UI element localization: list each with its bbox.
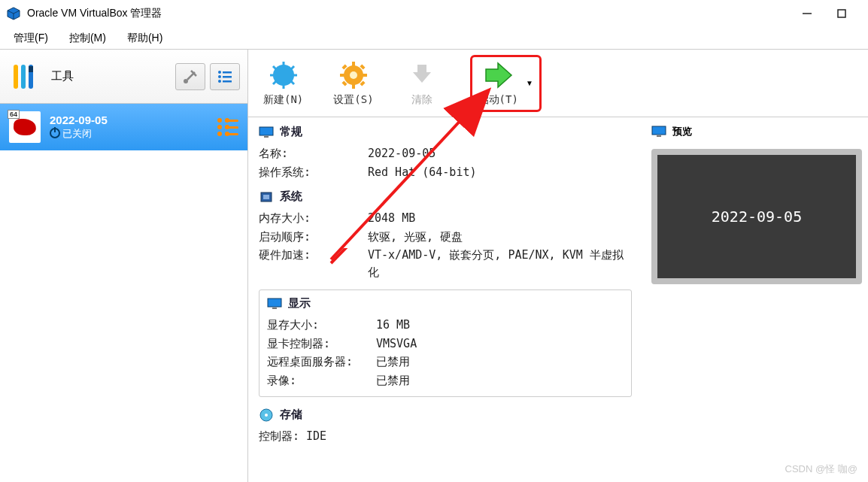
start-button-highlight: 启动(T) ▼ (470, 55, 542, 112)
preview-panel: 预览 2022-09-05 (642, 117, 868, 482)
section-display[interactable]: 显示 显存大小:16 MB 显卡控制器:VMSVGA 远程桌面服务器:已禁用 录… (259, 290, 632, 397)
start-button[interactable]: 启动(T) (478, 60, 518, 107)
new-icon (266, 60, 302, 90)
svg-rect-47 (657, 135, 661, 137)
arch-badge: 64 (8, 110, 20, 119)
svg-rect-38 (259, 127, 273, 135)
settings-icon (335, 60, 372, 90)
tool-config-button[interactable] (175, 63, 205, 90)
start-label: 启动(T) (478, 93, 518, 107)
virtualbox-logo-icon (6, 6, 21, 21)
menubar: 管理(F) 控制(M) 帮助(H) (0, 27, 868, 50)
chip-icon (259, 191, 274, 203)
system-title: 系统 (280, 189, 302, 204)
menu-help[interactable]: 帮助(H) (127, 32, 162, 45)
svg-rect-16 (223, 80, 232, 83)
new-label: 新建(N) (263, 93, 303, 107)
svg-rect-12 (223, 71, 232, 74)
toolbar: 新建(N) (248, 50, 868, 117)
svg-rect-5 (21, 65, 26, 89)
new-button[interactable]: 新建(N) (263, 60, 303, 107)
svg-point-15 (218, 80, 221, 83)
vm-state: 已关闭 (50, 126, 108, 141)
settings-label: 设置(S) (333, 93, 373, 107)
tools-label: 工具 (51, 69, 74, 83)
left-pane: 工具 (0, 50, 248, 482)
svg-rect-28 (352, 62, 355, 66)
tool-list-button[interactable] (210, 63, 240, 90)
maximize-button[interactable] (835, 7, 848, 20)
vm-item-menu-button[interactable] (217, 118, 238, 136)
details-panel: 常规 名称:2022-09-05 操作系统:Red Hat (64-bit) 系… (248, 117, 642, 482)
svg-rect-3 (838, 10, 845, 17)
window-title: Oracle VM VirtualBox 管理器 (27, 7, 162, 20)
svg-point-13 (218, 75, 221, 78)
section-general[interactable]: 常规 名称:2022-09-05 操作系统:Red Hat (64-bit) (259, 125, 632, 180)
start-icon (480, 60, 516, 90)
svg-rect-30 (340, 74, 344, 77)
svg-marker-37 (486, 63, 511, 87)
svg-line-22 (273, 66, 276, 69)
titlebar: Oracle VM VirtualBox 管理器 (0, 0, 868, 27)
watermark: CSDN @怪 咖@ (785, 462, 857, 476)
svg-marker-36 (413, 65, 431, 83)
settings-button[interactable]: 设置(S) (333, 60, 373, 107)
svg-rect-39 (264, 136, 269, 138)
section-storage[interactable]: 存储 控制器: IDE (259, 408, 632, 445)
svg-rect-31 (363, 74, 367, 77)
display-icon (267, 298, 282, 310)
storage-title: 存储 (280, 408, 302, 422)
discard-icon (404, 60, 440, 90)
svg-point-45 (265, 414, 268, 417)
svg-rect-41 (263, 195, 269, 199)
tools-row[interactable]: 工具 (0, 50, 247, 104)
tools-icon (8, 59, 44, 95)
preview-screen[interactable]: 2022-09-05 (651, 149, 862, 284)
display-title: 显示 (288, 296, 311, 311)
svg-line-25 (291, 66, 294, 69)
preview-monitor-icon (651, 126, 666, 138)
svg-rect-4 (14, 65, 18, 89)
svg-rect-43 (272, 308, 277, 309)
svg-rect-29 (352, 84, 355, 89)
section-system[interactable]: 系统 内存大小:2048 MB 启动顺序:软驱, 光驱, 硬盘 硬件加速:VT-… (259, 189, 632, 280)
start-dropdown-caret[interactable]: ▼ (526, 79, 533, 87)
svg-line-23 (291, 81, 294, 84)
discard-button: 清除 (404, 60, 440, 107)
svg-rect-46 (652, 126, 666, 135)
menu-control[interactable]: 控制(M) (69, 32, 106, 45)
general-title: 常规 (280, 125, 302, 139)
vm-name: 2022-09-05 (50, 114, 108, 126)
svg-point-11 (218, 71, 221, 74)
svg-rect-42 (268, 299, 281, 307)
power-icon (50, 128, 60, 138)
svg-rect-14 (223, 76, 232, 78)
right-pane: 新建(N) (248, 50, 868, 482)
vm-os-icon: 64 (9, 111, 41, 143)
preview-title: 预览 (672, 125, 692, 138)
vm-list-item[interactable]: 64 2022-09-05 已关闭 (0, 104, 247, 150)
preview-vm-name: 2022-09-05 (712, 208, 802, 226)
monitor-icon (259, 126, 274, 138)
minimize-button[interactable] (800, 7, 814, 20)
storage-icon (259, 409, 274, 421)
discard-label: 清除 (411, 93, 432, 107)
svg-point-27 (350, 71, 357, 79)
menu-manage[interactable]: 管理(F) (14, 32, 48, 45)
svg-line-24 (273, 81, 276, 84)
svg-rect-7 (29, 66, 33, 72)
